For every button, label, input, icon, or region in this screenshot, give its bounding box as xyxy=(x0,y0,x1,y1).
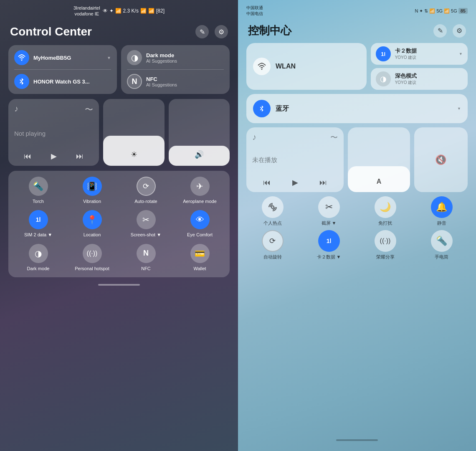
brightness-icon-right: A xyxy=(377,178,382,185)
vibration-icon: 📳 xyxy=(83,177,102,196)
autorotate-label: Auto-rotate xyxy=(134,198,157,204)
sim2-toggle[interactable]: 1l SIM 2 data ▼ xyxy=(14,210,62,238)
screenshot-icon: ✂ xyxy=(137,210,156,229)
darkmode-toggle-label: Dark mode xyxy=(27,266,50,271)
brightness-slider-left[interactable]: ☀ xyxy=(103,99,164,166)
hotspot-toggle[interactable]: ((·)) Personal hotspot xyxy=(68,244,116,271)
music-icon-right: ♪ xyxy=(252,132,256,142)
darkmode-right-card[interactable]: ◑ 深色模式 YOYO 建议 xyxy=(371,68,468,90)
darkmode-item[interactable]: ◑ Dark mode AI Suggestions xyxy=(127,50,224,65)
bottom-indicator-left xyxy=(8,282,230,287)
wifi-item[interactable]: MyHomeBB5G ▼ xyxy=(14,50,111,65)
bt-r-icon: ✦ xyxy=(419,8,423,14)
edit-button-right[interactable]: ✎ xyxy=(433,24,447,38)
hotspot-right-icon xyxy=(262,196,284,218)
status-icons-left: 👁 ✦ 📶 2.3 K/s 📶 📶 [82] xyxy=(103,8,165,14)
signal-r-icon: 📶 xyxy=(429,8,435,14)
sim2-card-icon: 1l xyxy=(376,46,391,61)
svg-line-4 xyxy=(260,107,262,109)
media-top: ♪ 〜 xyxy=(14,104,93,115)
autorotate-right-toggle[interactable]: ⟳ 自动旋转 xyxy=(246,230,299,260)
bt-right-chevron: ▼ xyxy=(457,106,461,111)
hotspot-icon: ((·)) xyxy=(83,244,102,263)
play-button[interactable]: ▶ xyxy=(51,152,57,161)
nfc-toggle-icon: N xyxy=(137,244,156,263)
prev-button[interactable]: ⏮ xyxy=(24,152,31,161)
autorotate-toggle[interactable]: ⟳ Auto-rotate xyxy=(122,177,170,204)
media-controls: ⏮ ▶ ⏭ xyxy=(14,152,93,161)
sim2data-right-toggle[interactable]: 1l 卡２数据 ▼ xyxy=(303,230,355,260)
autorotate-right-icon: ⟳ xyxy=(262,230,284,252)
torch-icon: 🔦 xyxy=(29,177,48,196)
screenshot-toggle[interactable]: ✂ Screen-shot ▼ xyxy=(122,210,170,238)
svg-line-5 xyxy=(260,109,262,110)
wallet-label: Wallet xyxy=(193,266,206,271)
bt-right-label: 蓝牙 xyxy=(276,104,289,113)
honor-share-toggle[interactable]: ((·)) 荣耀分享 xyxy=(359,230,411,260)
mute-right-toggle[interactable]: 🔔 静音 xyxy=(415,196,468,226)
eye-icon: 👁 xyxy=(103,8,108,14)
airplane-label: Aeroplane mode xyxy=(183,198,217,204)
wifi-icon xyxy=(14,50,29,65)
header-icons-left: ✎ ⚙ xyxy=(195,25,228,38)
svg-line-1 xyxy=(20,80,22,81)
sound-wave-icon: 〜 xyxy=(85,104,93,115)
prev-btn-right[interactable]: ⏮ xyxy=(263,178,271,187)
sim2-card[interactable]: 1l 卡２数据 YOYO 建议 ▼ xyxy=(371,43,468,65)
location-icon: 📍 xyxy=(83,210,102,229)
media-controls-right: ⏮ ▶ ⏭ xyxy=(252,178,338,187)
not-playing-label: Not playing xyxy=(14,130,93,137)
sim2data-right-icon: 1l xyxy=(318,230,340,252)
right-control-center: 中国联通 中国电信 N ✦ ⇅ 📶 5G 📶 5G 85 控制中心 ✎ ⚙ xyxy=(238,0,476,451)
edit-button-left[interactable]: ✎ xyxy=(195,25,209,38)
torch-right-toggle[interactable]: 🔦 手电筒 xyxy=(415,230,468,260)
bt-row-right[interactable]: 蓝牙 ▼ xyxy=(246,94,468,123)
airplane-toggle[interactable]: ✈ Aeroplane mode xyxy=(176,177,224,204)
dnd-right-toggle[interactable]: 🌙 免打扰 xyxy=(359,196,411,226)
header-icons-right: ✎ ⚙ xyxy=(433,24,466,38)
svg-point-6 xyxy=(271,206,274,208)
sim2-icon: 1l xyxy=(29,210,48,229)
media-section-left: ♪ 〜 Not playing ⏮ ▶ ⏭ ☀ 🔊 xyxy=(8,99,230,166)
next-button[interactable]: ⏭ xyxy=(76,152,84,161)
wifi-status-icon: 📶 xyxy=(140,8,147,14)
mute-card-right[interactable]: 🔇 xyxy=(414,127,468,192)
vibration-toggle[interactable]: 📳 Vibration xyxy=(68,177,116,204)
bottom-indicator-right xyxy=(246,438,468,443)
next-btn-right[interactable]: ⏭ xyxy=(319,178,327,187)
volume-slider-left[interactable]: 🔊 xyxy=(169,99,230,166)
autorotate-right-label: 自动旋转 xyxy=(263,254,282,260)
eyecomfort-toggle[interactable]: 👁 Eye Comfort xyxy=(176,210,224,238)
battery-left: [82] xyxy=(156,8,165,14)
nfc-r-icon: N xyxy=(415,8,418,13)
bt-item[interactable]: HONOR Watch GS 3... xyxy=(14,74,111,89)
wlan-icon xyxy=(253,58,271,75)
music-icon: ♪ xyxy=(14,104,18,114)
darkmode-toggle-icon: ◑ xyxy=(29,244,48,263)
hotspot-right-label: 个人热点 xyxy=(263,220,282,226)
wlan-card[interactable]: WLAN xyxy=(246,43,367,90)
mute-right-label: 静音 xyxy=(437,220,446,226)
nfc-toggle[interactable]: N NFC xyxy=(122,244,170,271)
nfc-item[interactable]: N NFC AI Suggestions xyxy=(127,74,224,89)
toggles-row2-right: ⟳ 自动旋转 1l 卡２数据 ▼ ((·)) 荣耀分享 🔦 手电筒 xyxy=(246,230,468,260)
darkmode-icon: ◑ xyxy=(127,50,142,65)
darkmode-toggle[interactable]: ◑ Dark mode xyxy=(14,244,62,271)
darkmode-right-icon: ◑ xyxy=(376,71,391,86)
torch-toggle[interactable]: 🔦 Torch xyxy=(14,177,62,204)
vibration-label: Vibration xyxy=(83,198,101,204)
screenshot-right-toggle[interactable]: ✂ 截屏 ▼ xyxy=(303,196,355,226)
settings-button-left[interactable]: ⚙ xyxy=(215,25,228,38)
brightness-slider-right[interactable]: A xyxy=(348,127,410,192)
wallet-toggle[interactable]: 💳 Wallet xyxy=(176,244,224,271)
nfc-toggle-label: NFC xyxy=(141,266,151,271)
play-btn-right[interactable]: ▶ xyxy=(292,178,298,187)
status-icons-right: N ✦ ⇅ 📶 5G 📶 5G 85 xyxy=(415,8,468,14)
nfc-status-icon: 📶 xyxy=(115,8,122,14)
location-toggle[interactable]: 📍 Location xyxy=(68,210,116,238)
sim2data-right-label: 卡２数据 ▼ xyxy=(317,254,341,260)
divider2 xyxy=(127,69,224,70)
settings-button-right[interactable]: ⚙ xyxy=(453,24,466,38)
hotspot-right-toggle[interactable]: 个人热点 xyxy=(246,196,299,226)
nfc-icon: N xyxy=(127,74,142,89)
